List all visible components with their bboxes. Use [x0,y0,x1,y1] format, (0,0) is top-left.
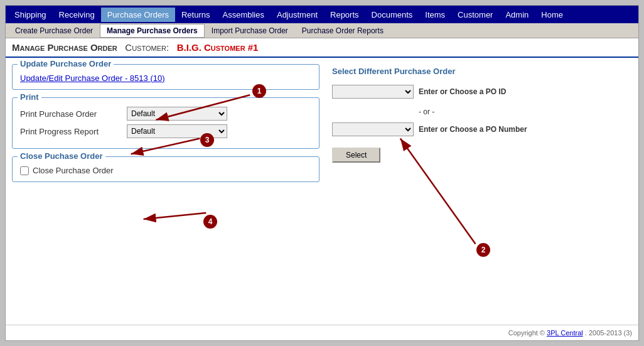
close-po-section: Close Puchase Order Close Purchase Order [12,156,319,182]
annotation-2: 2 [476,243,490,257]
update-po-section: Update Purchase Order Update/Edit Purcha… [12,64,319,90]
print-progress-row: Print Progress Report Default [20,124,311,138]
po-number-row: Enter or Choose a PO Number [332,122,632,136]
footer-suffix: . 2005-2013 (3) [585,329,632,337]
nav-returns[interactable]: Returns [175,8,217,22]
footer-link[interactable]: 3PL Central [547,329,583,337]
po-id-row: Enter or Choose a PO ID [332,85,632,99]
or-label: - or - [332,107,632,116]
subnav-manage-po[interactable]: Manage Purchase Orders [100,24,205,38]
right-panel: Select Different Purchase Order Enter or… [332,64,632,318]
top-navigation: Shipping Receiving Purchase Orders Retur… [6,6,638,23]
update-po-content: Update/Edit Purchase Order - 8513 (10) [20,73,311,83]
main-content: Update Purchase Order Update/Edit Purcha… [6,58,638,325]
select-po-button[interactable]: Select [332,148,380,163]
nav-home[interactable]: Home [535,8,569,22]
close-po-checkbox-label: Close Purchase Order [33,166,114,175]
footer: Copyright © 3PL Central . 2005-2013 (3) [6,325,638,340]
close-po-section-title: Close Puchase Order [18,151,105,161]
select-btn-row: Select [332,148,632,163]
select-po-title: Select Different Purchase Order [332,67,632,76]
annotation-1: 1 [252,84,266,98]
print-po-row: Print Purchase Order Default [20,107,311,121]
customer-label: Customer: [125,42,169,53]
annotation-3: 3 [200,133,214,147]
customer-name: B.I.G. Customer #1 [177,42,259,53]
subnav-po-reports[interactable]: Purchase Order Reports [295,24,390,38]
print-content: Print Purchase Order Default Print Progr… [20,107,311,138]
annotation-4: 4 [203,215,217,229]
po-number-label: Enter or Choose a PO Number [419,125,527,134]
print-section-title: Print [18,92,41,102]
nav-adjustment[interactable]: Adjustment [271,8,324,22]
footer-text: Copyright © [508,329,547,337]
print-po-select[interactable]: Default [127,107,227,121]
subnav-import-po[interactable]: Import Purchase Order [205,24,295,38]
update-po-link[interactable]: Update/Edit Purchase Order - 8513 (10) [20,73,165,83]
subnav-create-po[interactable]: Create Purchase Order [8,24,100,38]
print-po-label: Print Purchase Order [20,109,121,119]
page-title-prefix: Manage Purchase Order [12,42,117,53]
nav-shipping[interactable]: Shipping [8,8,53,22]
nav-receiving[interactable]: Receiving [53,8,101,22]
nav-purchase-orders[interactable]: Purchase Orders [101,8,175,22]
nav-customer[interactable]: Customer [451,8,499,22]
sub-navigation: Create Purchase Order Manage Purchase Or… [6,23,638,38]
nav-assemblies[interactable]: Assemblies [217,8,271,22]
close-po-checkbox[interactable] [20,166,29,175]
nav-items[interactable]: Items [419,8,451,22]
po-id-label: Enter or Choose a PO ID [419,87,506,96]
print-progress-label: Print Progress Report [20,127,121,136]
nav-reports[interactable]: Reports [324,8,365,22]
nav-admin[interactable]: Admin [499,8,535,22]
content-area: Update Purchase Order Update/Edit Purcha… [6,58,638,325]
close-po-row: Close Purchase Order [20,166,311,175]
po-id-select[interactable] [332,85,414,99]
close-po-content: Close Purchase Order [20,166,311,175]
page-title-bar: Manage Purchase Order Customer: B.I.G. C… [6,38,638,58]
left-panel: Update Purchase Order Update/Edit Purcha… [12,64,319,318]
nav-documents[interactable]: Documents [365,8,419,22]
update-po-section-title: Update Purchase Order [18,59,114,68]
po-number-select[interactable] [332,122,414,136]
print-section: Print Print Purchase Order Default Print… [12,97,319,149]
